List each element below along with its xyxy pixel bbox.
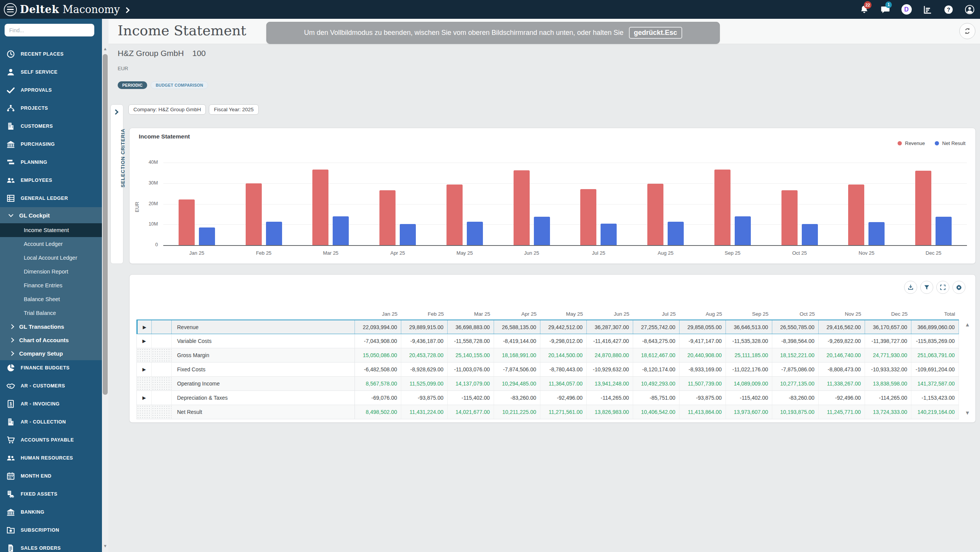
sidebar-item-trial-balance[interactable]: Trial Balance (0, 306, 102, 320)
menu-icon[interactable] (4, 3, 17, 16)
cell-fixed-costs-feb-25: -8,928,629.00 (401, 363, 448, 376)
row-label: Gross Margin (172, 348, 355, 362)
selection-criteria-label: SELECTION CRITERIA (120, 129, 126, 188)
ledger-icon (6, 194, 15, 203)
table-scroll-up-icon[interactable]: ▲ (965, 321, 970, 328)
analytics-button[interactable] (922, 4, 933, 15)
message-badge: 1 (885, 2, 892, 8)
sidebar-item-gl-transactions[interactable]: GL Transactions (0, 320, 102, 333)
fullscreen-notice-banner: Um den Vollbildmodus zu beenden, wischen… (266, 22, 720, 44)
sidebar-item-income-statement[interactable]: Income Statement (0, 223, 102, 237)
cell-depreciation-taxes-apr-25: -83,260.00 (494, 391, 540, 405)
cell-revenue-feb-25: 29,889,915.00 (401, 320, 448, 334)
mode-tag-periodic[interactable]: PERIODIC (118, 81, 147, 89)
filter-chip-1[interactable]: Fiscal Year: 2025 (209, 104, 259, 115)
sidebar-item-general-ledger[interactable]: GENERAL LEDGER (0, 189, 102, 207)
fullscreen-notice-text: Um den Vollbildmodus zu beenden, wischen… (304, 29, 624, 37)
sidebar-item-human-resources[interactable]: HUMAN RESOURCES (0, 449, 102, 467)
cell-fixed-costs-dec-25: -10,933,332.00 (865, 363, 911, 376)
sidebar-item-chart-of-accounts[interactable]: Chart of Accounts (0, 333, 102, 347)
sidebar-item-ar-customers[interactable]: AR - CUSTOMERS (0, 377, 102, 395)
cell-variable-costs-aug-25: -9,417,147.00 (680, 334, 726, 348)
cell-gross-margin-apr-25: 18,168,991.00 (494, 348, 540, 362)
bar-net-result-sep-25 (735, 216, 751, 245)
sidebar-item-local-account-ledger[interactable]: Local Account Ledger (0, 251, 102, 265)
cell-operating-income-total: 141,372,587.00 (911, 377, 959, 391)
sidebar-item-dimension-report[interactable]: Dimension Report (0, 265, 102, 278)
expand-row-icon[interactable]: ▶ (136, 391, 152, 405)
sidebar-item-banking[interactable]: BANKING (0, 503, 102, 521)
bar-net-result-jul-25 (601, 224, 617, 245)
sidebar-item-customers[interactable]: CUSTOMERS (0, 117, 102, 135)
table-row-net-result[interactable]: Net Result8,498,502.0011,431,224.0014,02… (136, 405, 959, 419)
filter-chip-0[interactable]: Company: H&Z Group GmbH (128, 104, 206, 115)
messages-button[interactable]: 1 (880, 4, 891, 15)
download-button[interactable] (904, 281, 917, 294)
sidebar-item-balance-sheet[interactable]: Balance Sheet (0, 292, 102, 306)
gridline-10M (163, 224, 967, 225)
scroll-down-icon[interactable]: ▼ (102, 544, 108, 548)
dela-assistant-button[interactable]: D (901, 4, 912, 15)
table-row-operating-income[interactable]: Operating Income8,567,578.0011,525,099.0… (136, 377, 959, 391)
cell-revenue-may-25: 29,442,512.00 (540, 320, 587, 334)
mode-tags: PERIODICBUDGET COMPARISON (118, 81, 208, 89)
help-button[interactable]: ? (943, 4, 954, 15)
search-input[interactable] (5, 24, 94, 36)
notifications-button[interactable]: 22 (859, 4, 870, 15)
table-row-gross-margin[interactable]: Gross Margin15,050,086.0020,453,728.0025… (136, 348, 959, 363)
sidebar-item-sales-orders[interactable]: SALES ORDERS (0, 539, 102, 552)
sidebar-item-label: BANKING (21, 509, 44, 515)
cell-operating-income-may-25: 11,364,057.00 (540, 377, 587, 391)
sidebar-item-employees[interactable]: EMPLOYEES (0, 171, 102, 189)
table-row-variable-costs[interactable]: ▶Variable Costs-7,043,908.00-9,436,187.0… (136, 334, 959, 348)
scroll-up-icon[interactable]: ▲ (102, 46, 108, 51)
expand-row-icon[interactable]: ▶ (136, 334, 152, 348)
sidebar-item-recent-places[interactable]: RECENT PLACES (0, 45, 102, 63)
sidebar-item-planning[interactable]: PLANNING (0, 153, 102, 171)
sidebar-item-approvals[interactable]: APPROVALS (0, 81, 102, 99)
company-code: 100 (192, 49, 206, 58)
fullscreen-button[interactable] (936, 281, 949, 294)
table-toolbar (904, 281, 965, 294)
refresh-button[interactable] (959, 23, 975, 39)
sidebar-nav-bottom: FINANCE BUDGETSAR - CUSTOMERS$AR - INVOI… (0, 359, 102, 552)
settings-button[interactable] (952, 281, 965, 294)
sidebar-item-ar-invoicing[interactable]: $AR - INVOICING (0, 395, 102, 413)
sidebar-scrollbar[interactable]: ▲ ▼ (102, 19, 108, 552)
sidebar-item-projects[interactable]: PROJECTS (0, 99, 102, 117)
sidebar-item-ar-collection[interactable]: AR - COLLECTION (0, 413, 102, 431)
sidebar-item-purchasing[interactable]: PURCHASING (0, 135, 102, 153)
header-spacer (172, 307, 355, 320)
table-row-fixed-costs[interactable]: ▶Fixed Costs-6,482,508.00-8,928,629.00-1… (136, 363, 959, 377)
sidebar-item-gl-cockpit[interactable]: GL Cockpit (0, 207, 102, 223)
sidebar-item-fixed-assets[interactable]: FIXED ASSETS (0, 485, 102, 503)
table-row-revenue[interactable]: ▶Revenue22,093,994.0029,889,915.0036,698… (136, 320, 959, 334)
y-axis-label: EUR (134, 201, 140, 212)
x-tick-label: Aug 25 (643, 250, 689, 256)
sidebar-item-finance-budgets[interactable]: FINANCE BUDGETS (0, 359, 102, 377)
building-icon (6, 122, 15, 131)
sidebar-item-month-end[interactable]: MONTH END (0, 467, 102, 485)
sidebar-item-subscription[interactable]: SUBSCRIPTION (0, 521, 102, 539)
table-scroll-down-icon[interactable]: ▼ (965, 410, 970, 416)
profile-button[interactable] (964, 4, 975, 15)
x-tick-label: Jul 25 (576, 250, 622, 256)
filter-button[interactable] (920, 281, 933, 294)
sidebar-nav-top: RECENT PLACESSELF SERVICEAPPROVALSPROJEC… (0, 45, 102, 207)
column-header-dec-25: Dec 25 (865, 307, 911, 320)
sidebar-item-accounts-payable[interactable]: ACCOUNTS PAYABLE (0, 431, 102, 449)
sidebar-item-self-service[interactable]: SELF SERVICE (0, 63, 102, 81)
scrollbar-thumb[interactable] (103, 54, 108, 395)
sidebar-item-account-ledger[interactable]: Account Ledger (0, 237, 102, 251)
mode-tag-budget-comparison[interactable]: BUDGET COMPARISON (151, 81, 208, 89)
sidebar-item-company-setup[interactable]: Company Setup (0, 347, 102, 360)
cell-depreciation-taxes-nov-25: -92,496.00 (819, 391, 865, 405)
sidebar-item-finance-entries[interactable]: Finance Entries (0, 278, 102, 292)
expand-panel-chevron-icon[interactable] (113, 109, 118, 115)
row-label: Fixed Costs (172, 363, 355, 376)
column-header-may-25: May 25 (540, 307, 587, 320)
bar-revenue-may-25 (446, 185, 463, 245)
table-row-depreciation-taxes[interactable]: ▶Depreciation & Taxes-69,076.00-93,875.0… (136, 391, 959, 405)
expand-row-icon[interactable]: ▶ (136, 320, 152, 334)
expand-row-icon[interactable]: ▶ (136, 363, 152, 376)
